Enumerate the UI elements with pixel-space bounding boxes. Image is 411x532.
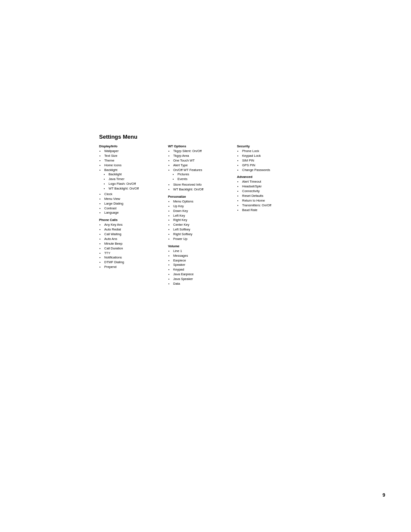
column-2: WT Options Tkgrp Silent: On/Off Tkgrp Ar… xyxy=(168,144,237,289)
item-clock: Clock xyxy=(104,192,164,197)
item-speaker: Speaker xyxy=(173,263,233,268)
item-events: Events xyxy=(177,177,233,182)
item-prepend: Prepend xyxy=(104,265,164,270)
item-changepasswords: Change Passwords xyxy=(242,168,302,173)
item-dtmfdialing: DTMF Dialing xyxy=(104,260,164,265)
header-personalize: Personalize xyxy=(168,195,233,199)
list-advanced: Alert Timeout Headset/Spkr Connectivity … xyxy=(237,180,302,212)
item-centerkey: Center Key xyxy=(173,223,233,227)
item-pictures: Pictures xyxy=(177,172,233,177)
item-notifications: Notifications xyxy=(104,255,164,260)
item-simpin: SIM PIN xyxy=(242,159,302,163)
item-onoffwtfeatures: On/Off WT Features Pictures Events xyxy=(173,168,233,182)
item-onetouchwt: One Touch WT xyxy=(173,159,233,163)
header-displayinfo: Display/Info xyxy=(99,144,164,148)
item-wtbacklight2: WT Backlight: On/Off xyxy=(173,187,233,192)
item-tkgrpsilent: Tkgrp Silent: On/Off xyxy=(173,149,233,154)
sublist-wtfeatures: Pictures Events xyxy=(173,172,233,182)
item-gpspin: GPS PIN xyxy=(242,163,302,168)
list-phonecalls: Any Key Ans Auto Redial Call Waiting Aut… xyxy=(99,223,164,270)
item-alerttype: Alert Type xyxy=(173,163,233,168)
item-theme: Theme xyxy=(104,159,164,163)
item-wtbacklight: WT Backlight: On/Off xyxy=(109,187,164,191)
item-tkgrparea: Tkgrp Area xyxy=(173,154,233,159)
item-powerup: Power Up xyxy=(173,237,233,242)
list-displayinfo: Wallpaper Text Size Theme Home Icons Bac… xyxy=(99,149,164,215)
section-wtoptions: WT Options Tkgrp Silent: On/Off Tkgrp Ar… xyxy=(168,144,233,192)
section-personalize: Personalize Menu Options Up Key Down Key… xyxy=(168,195,233,242)
item-javaspeaker: Java Speaker xyxy=(173,277,233,282)
item-backlight-sub: Backlight xyxy=(109,172,164,177)
item-javatimer: Java Timer xyxy=(109,177,164,182)
header-security: Security xyxy=(237,144,302,148)
section-displayinfo: Display/Info Wallpaper Text Size Theme H… xyxy=(99,144,164,215)
item-leftsoftkey: Left Softkey xyxy=(173,227,233,232)
section-volume: Volume Line 1 Messages Earpiece Speaker … xyxy=(168,244,233,286)
item-textsize: Text Size xyxy=(104,154,164,159)
list-security: Phone Lock Keypad Lock SIM PIN GPS PIN C… xyxy=(237,149,302,172)
column-3: Security Phone Lock Keypad Lock SIM PIN … xyxy=(237,144,306,215)
item-logoflash: Logo Flash: On/Off xyxy=(109,182,164,187)
header-phonecalls: Phone Calls xyxy=(99,218,164,222)
sublist-backlight: Backlight Java Timer Logo Flash: On/Off … xyxy=(104,172,164,191)
item-wallpaper: Wallpaper xyxy=(104,149,164,154)
settings-section: Settings Menu Display/Info Wallpaper Tex… xyxy=(99,134,392,289)
item-messages: Messages xyxy=(173,254,233,258)
item-autoredial: Auto Redial xyxy=(104,227,164,232)
item-storereceivedinfo: Store Received Info xyxy=(173,183,233,187)
item-keypad: Keypad xyxy=(173,268,233,272)
list-volume: Line 1 Messages Earpiece Speaker Keypad … xyxy=(168,249,233,286)
item-downkey: Down Key xyxy=(173,209,233,214)
item-anykeyans: Any Key Ans xyxy=(104,223,164,227)
item-earpiece: Earpiece xyxy=(173,258,233,263)
item-data: Data xyxy=(173,282,233,286)
list-personalize: Menu Options Up Key Down Key Left Key Ri… xyxy=(168,199,233,242)
list-wtoptions: Tkgrp Silent: On/Off Tkgrp Area One Touc… xyxy=(168,149,233,192)
item-keypadlock: Keypad Lock xyxy=(242,154,302,159)
item-largedialing: Large Dialing xyxy=(104,202,164,206)
item-callduration: Call Duration xyxy=(104,246,164,251)
item-connectivity: Connectivity xyxy=(242,189,302,194)
item-alerttimeout: Alert Timeout xyxy=(242,180,302,184)
item-minutebeep: Minute Beep xyxy=(104,242,164,246)
item-callwaiting: Call Waiting xyxy=(104,232,164,237)
item-baudrate: Baud Rate xyxy=(242,208,302,213)
item-resetdefaults: Reset Defaults xyxy=(242,194,302,199)
section-security: Security Phone Lock Keypad Lock SIM PIN … xyxy=(237,144,302,172)
item-backlight: Backlight Backlight Java Timer Logo Flas… xyxy=(104,168,164,191)
column-1: Display/Info Wallpaper Text Size Theme H… xyxy=(99,144,168,272)
item-returntohome: Return to Home xyxy=(242,199,302,203)
item-headsetspkr: Headset/Spkr xyxy=(242,184,302,189)
item-tty: TTY xyxy=(104,251,164,256)
header-advanced: Advanced xyxy=(237,175,302,179)
item-transmitters: Transmitters: On/Off xyxy=(242,203,302,208)
page-container: Settings Menu Display/Info Wallpaper Tex… xyxy=(0,0,411,532)
item-language: Language xyxy=(104,211,164,215)
item-javaearpiece: Java Earpiece xyxy=(173,272,233,277)
settings-title: Settings Menu xyxy=(99,134,392,140)
section-advanced: Advanced Alert Timeout Headset/Spkr Conn… xyxy=(237,175,302,212)
item-line1: Line 1 xyxy=(173,249,233,254)
item-rightsoftkey: Right Softkey xyxy=(173,232,233,237)
item-leftkey: Left Key xyxy=(173,214,233,218)
header-wtoptions: WT Options xyxy=(168,144,233,148)
item-contrast: Contrast xyxy=(104,206,164,211)
section-phonecalls: Phone Calls Any Key Ans Auto Redial Call… xyxy=(99,218,164,270)
columns-wrapper: Display/Info Wallpaper Text Size Theme H… xyxy=(99,144,392,289)
item-rightkey: Right Key xyxy=(173,218,233,223)
item-menuview: Menu View xyxy=(104,197,164,202)
item-upkey: Up Key xyxy=(173,204,233,209)
item-homeicons: Home Icons xyxy=(104,163,164,168)
item-menuoptions: Menu Options xyxy=(173,199,233,204)
item-phonelock: Phone Lock xyxy=(242,149,302,154)
header-volume: Volume xyxy=(168,244,233,248)
item-autoans: Auto Ans xyxy=(104,237,164,242)
page-number: 9 xyxy=(383,492,385,498)
